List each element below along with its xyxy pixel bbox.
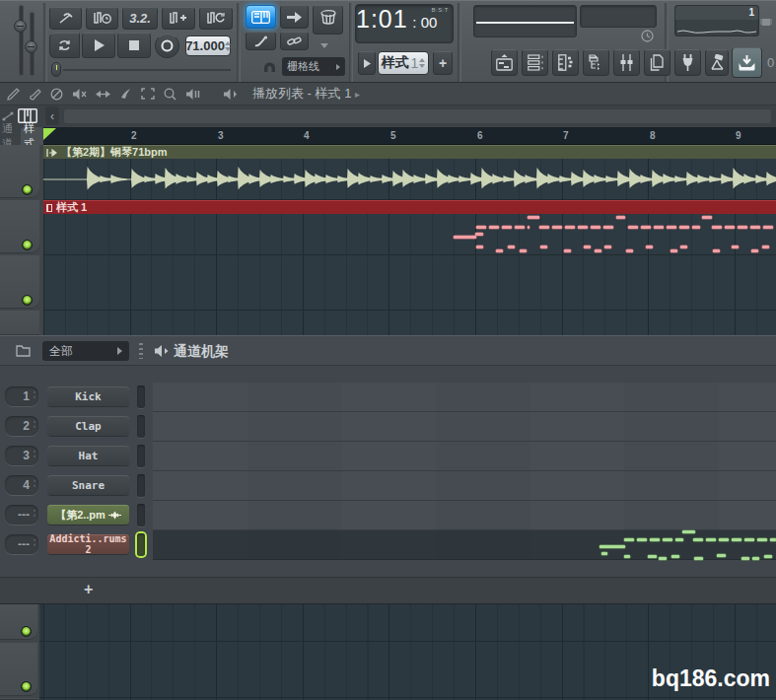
paint-tool-icon[interactable] — [29, 88, 41, 101]
slice-tool-icon[interactable] — [119, 88, 132, 101]
pattern-selector[interactable]: 样式 1 — [378, 51, 429, 75]
metronome-jog-button[interactable] — [313, 5, 343, 35]
track-header-5[interactable] — [0, 604, 37, 640]
tempo-spinner[interactable] — [225, 41, 231, 51]
track-header-4[interactable] — [0, 311, 39, 335]
channel-3-number[interactable]: 3›‹ — [5, 446, 38, 465]
channel-button-addictive-drums[interactable]: Addicti..rums 2 — [47, 534, 129, 554]
plugin-picker-button[interactable] — [674, 49, 701, 76]
channel-button-clap[interactable]: Clap — [47, 416, 129, 436]
oscilloscope-panel[interactable]: 1 — [674, 5, 759, 36]
channel-row: 1›‹ Kick — [0, 383, 153, 412]
tab-patterns[interactable]: 样式 — [21, 127, 43, 145]
channel-6-selector[interactable] — [137, 533, 145, 556]
master-volume-slider[interactable] — [20, 6, 23, 75]
playlist-audition-icon[interactable] — [223, 88, 238, 101]
channel-2-number[interactable]: 2›‹ — [5, 416, 38, 436]
channel-6-number[interactable]: ---›‹ — [5, 534, 38, 554]
horizontal-scrollbar[interactable] — [63, 108, 772, 124]
audio-clip-header[interactable]: 【第2期】钢琴71bpm — [43, 145, 776, 159]
track-header-3[interactable] — [0, 255, 39, 309]
audio-wave-icon — [108, 511, 121, 520]
typing-keyboard-to-piano-button[interactable] — [246, 5, 276, 29]
browser-panel-button[interactable] — [583, 49, 609, 76]
channel-4-number[interactable]: 4›‹ — [5, 475, 38, 495]
playlist-panel-button[interactable] — [491, 49, 518, 76]
master-pitch-slider[interactable] — [31, 13, 34, 75]
mixer-panel-button[interactable] — [613, 49, 640, 76]
channel-5-number[interactable]: ---›‹ — [5, 505, 38, 525]
master-pitch-handle[interactable] — [25, 40, 37, 53]
track-5-mute-led[interactable] — [21, 626, 32, 637]
precount-curve-button[interactable] — [246, 32, 276, 50]
time-unit-label: B:S:T — [431, 7, 449, 13]
chevron-down-icon[interactable] — [320, 43, 328, 48]
channel-button-snare[interactable]: Snare — [47, 475, 129, 495]
channel-3-selector[interactable] — [137, 445, 145, 467]
mute-tool-icon[interactable] — [72, 88, 87, 101]
track-6-mute-led[interactable] — [21, 681, 32, 692]
rack-audition-icon[interactable] — [154, 344, 170, 358]
pattern-clip-header[interactable]: 样式 1 — [43, 200, 776, 214]
time-display[interactable]: B:S:T 1:01 : 00 — [355, 4, 454, 43]
add-channel-bar[interactable]: + — [0, 577, 776, 604]
folder-icon[interactable] — [16, 344, 31, 357]
shuffle-slider[interactable] — [63, 69, 231, 71]
channel-button-kick[interactable]: Kick — [47, 386, 129, 406]
channel-1-number[interactable]: 1›‹ — [5, 386, 38, 406]
audio-clip-label: 【第2期】钢琴71bpm — [61, 145, 168, 160]
bar-number: 5 — [390, 130, 396, 141]
scroll-left-button[interactable]: ‹ — [45, 106, 59, 125]
loop-record-button[interactable] — [199, 7, 233, 30]
select-tool-icon[interactable] — [141, 88, 155, 100]
song-mode-toggle[interactable] — [49, 33, 80, 58]
channel-2-selector[interactable] — [137, 415, 145, 438]
stretch-tool-icon[interactable] — [96, 89, 110, 100]
channel-button-hat[interactable]: Hat — [47, 446, 129, 465]
track-3-mute-led[interactable] — [22, 295, 33, 306]
tempo-value: 71.000 — [185, 38, 225, 53]
add-channel-button[interactable]: + — [84, 581, 93, 598]
delete-tool-icon[interactable] — [50, 88, 63, 101]
main-toolbar: 3.2. 71.000 — [0, 0, 776, 83]
countdown-button[interactable]: 3.2. — [122, 7, 158, 30]
title-caret-icon: ▸ — [355, 89, 360, 100]
link-controllers-button[interactable] — [280, 32, 309, 50]
clip-menu-icon[interactable] — [46, 149, 57, 157]
snap-selector[interactable]: 栅格线 — [282, 57, 345, 76]
zoom-tool-icon[interactable] — [164, 88, 176, 101]
typing-piano-tool-button[interactable] — [49, 7, 82, 30]
project-picker-button[interactable] — [644, 49, 670, 76]
track-2-mute-led[interactable] — [22, 240, 33, 250]
rack-sequencer-area[interactable] — [153, 383, 776, 560]
pattern-menu-button[interactable] — [358, 51, 376, 75]
draw-tool-icon[interactable] — [7, 88, 20, 101]
track-header-2[interactable] — [0, 200, 39, 253]
record-button[interactable] — [155, 34, 179, 58]
channel-1-selector[interactable] — [137, 385, 145, 408]
playback-tool-icon[interactable] — [185, 88, 200, 101]
master-volume-handle[interactable] — [14, 20, 27, 33]
shuffle-knob[interactable] — [51, 62, 61, 77]
channel-rack-panel-button[interactable] — [522, 49, 548, 76]
rack-menu-dots[interactable] — [139, 343, 143, 359]
play-button[interactable] — [82, 33, 115, 58]
step-edit-button[interactable] — [86, 7, 118, 30]
pattern-number: 1 — [411, 55, 419, 71]
render-queue-button[interactable] — [732, 47, 762, 78]
piano-roll-panel-button[interactable] — [552, 49, 579, 76]
tempo-display[interactable]: 71.000 — [185, 35, 231, 56]
stop-button[interactable] — [117, 33, 151, 58]
touch-controller-button[interactable] — [705, 49, 729, 76]
channel-4-selector[interactable] — [137, 474, 145, 497]
channel-5-selector[interactable] — [137, 504, 145, 526]
playlist-window-title[interactable]: 播放列表 - 样式 1 ▸ — [252, 85, 360, 103]
pattern-spinner[interactable] — [418, 58, 425, 68]
channel-filter-selector[interactable]: 全部 — [42, 341, 129, 361]
add-pattern-button[interactable]: + — [433, 51, 453, 75]
channel-button-audio-clip[interactable]: 【第2..pm — [47, 505, 129, 525]
track-header-6[interactable] — [0, 643, 37, 696]
overdub-button[interactable] — [162, 7, 195, 30]
wait-input-arrow-button[interactable] — [280, 5, 309, 29]
node-link-icon[interactable] — [2, 111, 14, 121]
